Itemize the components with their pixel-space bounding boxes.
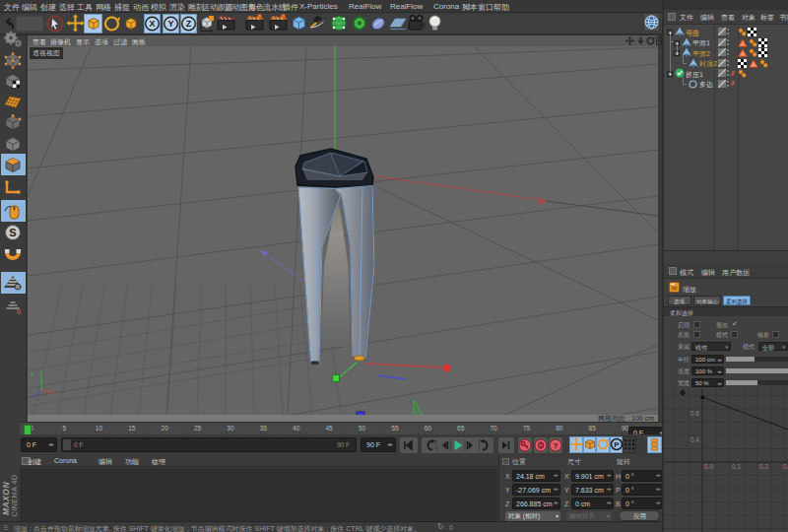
svg-text:0.1: 0.1 xyxy=(732,463,741,470)
svg-text:0.2: 0.2 xyxy=(759,463,768,470)
svg-text:P: P xyxy=(614,440,620,449)
svg-text:S: S xyxy=(9,227,16,238)
svg-text:?: ? xyxy=(553,441,558,450)
svg-text:Y: Y xyxy=(167,19,173,29)
svg-text:0.3: 0.3 xyxy=(783,463,788,470)
svg-text:X: X xyxy=(149,19,155,29)
svg-text:(): () xyxy=(17,308,21,314)
svg-text:0.8: 0.8 xyxy=(690,410,699,417)
svg-text:y: y xyxy=(31,370,33,376)
svg-text:Z: Z xyxy=(186,19,192,29)
svg-text:0.4: 0.4 xyxy=(690,436,699,443)
svg-text:0.0: 0.0 xyxy=(704,463,713,470)
